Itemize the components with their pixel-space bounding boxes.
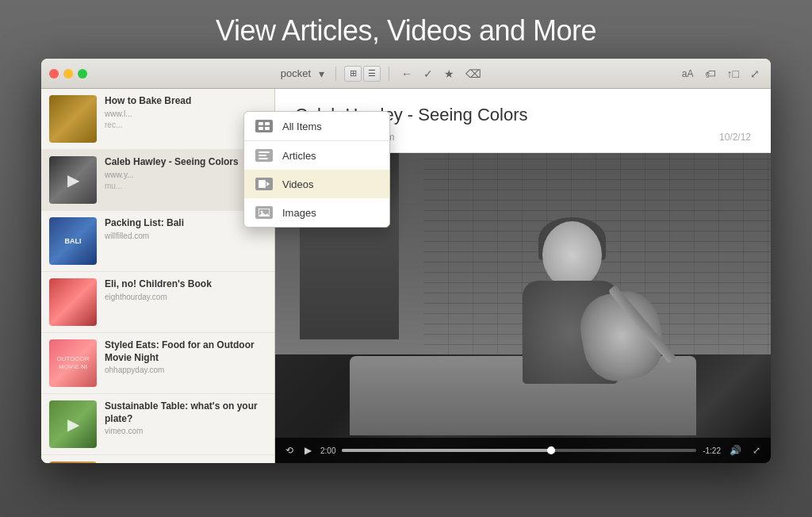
svg-rect-6 <box>259 158 268 159</box>
close-button[interactable] <box>49 69 59 79</box>
thumbnail <box>49 278 97 326</box>
list-item[interactable]: ▶ Caleb Hawley - Seeing Colors www.y... … <box>41 150 274 211</box>
window-controls <box>49 69 87 79</box>
item-info: The Best Roast Chicken You'll Ever Make <box>105 461 266 463</box>
page-title: View Articles, Videos and More <box>216 14 596 48</box>
item-url: eighthourday.com <box>105 293 266 301</box>
videos-icon <box>255 178 273 190</box>
thumbnail <box>49 95 97 143</box>
title-bar-right: aA 🏷 ↑□ ⤢ <box>679 66 763 82</box>
dropdown-item-images[interactable]: Images <box>244 198 389 227</box>
svg-rect-1 <box>265 122 270 125</box>
trash-button[interactable]: ⌫ <box>462 66 485 82</box>
item-info: How to Bake Bread www.l... rec... <box>105 95 266 129</box>
item-title: Styled Eats: Food for an Outdoor Movie N… <box>105 339 266 364</box>
fullscreen-button[interactable]: ⤢ <box>747 66 763 82</box>
app-window: pocket ▾ ⊞ ☰ ← ✓ ★ ⌫ aA 🏷 ↑□ ⤢ <box>41 59 771 463</box>
svg-rect-7 <box>259 180 266 188</box>
all-items-label: All Items <box>282 121 322 132</box>
item-info: Eli, no! Children's Book eighthourday.co… <box>105 278 266 304</box>
svg-rect-5 <box>259 155 266 156</box>
minimize-button[interactable] <box>63 69 73 79</box>
fullscreen-video-button[interactable]: ⤢ <box>750 445 763 456</box>
svg-rect-3 <box>265 127 270 130</box>
item-info: Packing List: Bali willfilled.com <box>105 217 266 243</box>
item-info: Styled Eats: Food for an Outdoor Movie N… <box>105 339 266 377</box>
svg-rect-4 <box>259 151 270 153</box>
current-time: 2:00 <box>320 446 335 455</box>
list-item[interactable]: Eli, no! Children's Book eighthourday.co… <box>41 272 274 333</box>
svg-rect-2 <box>259 127 263 130</box>
dropdown-item-videos[interactable]: Videos <box>244 170 389 198</box>
title-bar: pocket ▾ ⊞ ☰ ← ✓ ★ ⌫ aA 🏷 ↑□ ⤢ <box>41 59 771 89</box>
item-title: Eli, no! Children's Book <box>105 278 266 291</box>
progress-bar[interactable] <box>342 449 696 452</box>
thumbnail <box>49 461 97 463</box>
item-url: vimeo.com <box>105 427 266 435</box>
articles-icon <box>255 149 273 162</box>
item-url: www.y... <box>105 170 266 179</box>
rewind-button[interactable]: ⟲ <box>283 445 296 456</box>
video-controls: ⟲ ▶ 2:00 -1:22 🔊 ⤢ <box>275 438 771 463</box>
list-view-icon[interactable]: ☰ <box>363 66 381 82</box>
multi-view-icon[interactable]: ⊞ <box>344 66 362 82</box>
font-size-button[interactable]: aA <box>679 67 697 81</box>
app-name-label: pocket <box>281 67 311 79</box>
item-tags: rec... <box>105 121 266 129</box>
thumbnail: BALI <box>49 217 97 265</box>
person-figure <box>479 213 701 435</box>
item-info: Caleb Hawley - Seeing Colors www.y... mu… <box>105 156 266 190</box>
articles-label: Articles <box>282 150 316 162</box>
tag-button[interactable]: 🏷 <box>702 66 719 82</box>
item-url: willfilled.com <box>105 232 266 240</box>
check-button[interactable]: ✓ <box>419 66 437 82</box>
thumbnail: ▶ <box>49 156 97 204</box>
item-title: Packing List: Bali <box>105 217 266 230</box>
item-info: Sustainable Table: what's on your plate?… <box>105 400 266 438</box>
item-title: Sustainable Table: what's on your plate? <box>105 400 266 425</box>
maximize-button[interactable] <box>78 69 87 79</box>
main-area: How to Bake Bread www.l... rec... ▶ Cale… <box>41 89 771 463</box>
list-item[interactable]: OUTDOORMOVIE NI Styled Eats: Food for an… <box>41 333 274 394</box>
svg-rect-0 <box>259 122 263 125</box>
images-icon <box>255 206 273 219</box>
title-bar-center: pocket ▾ ⊞ ☰ ← ✓ ★ ⌫ <box>94 66 672 82</box>
thumbnail: ▶ <box>49 400 97 448</box>
sidebar: How to Bake Bread www.l... rec... ▶ Cale… <box>41 89 275 463</box>
play-pause-button[interactable]: ▶ <box>302 445 314 456</box>
list-item[interactable]: The Best Roast Chicken You'll Ever Make <box>41 455 274 463</box>
list-item[interactable]: BALI Packing List: Bali willfilled.com <box>41 211 274 272</box>
article-date: 10/2/12 <box>719 132 751 143</box>
item-title: Caleb Hawley - Seeing Colors <box>105 156 266 169</box>
app-dropdown-button[interactable]: ▾ <box>316 66 327 82</box>
item-url: ohhappyday.com <box>105 366 266 374</box>
filter-dropdown: All Items Articles Videos Images <box>243 111 390 228</box>
progress-fill <box>342 449 554 452</box>
svg-marker-8 <box>266 182 270 186</box>
volume-button[interactable]: 🔊 <box>727 445 744 456</box>
videos-label: Videos <box>282 178 314 190</box>
images-label: Images <box>282 207 316 219</box>
list-item[interactable]: How to Bake Bread www.l... rec... <box>41 89 274 150</box>
item-tags: mu... <box>105 182 266 190</box>
item-title: The Best Roast Chicken You'll Ever Make <box>105 461 266 463</box>
back-button[interactable]: ← <box>397 66 416 82</box>
star-button[interactable]: ★ <box>440 66 458 82</box>
item-title: How to Bake Bread <box>105 95 266 108</box>
svg-marker-11 <box>259 213 270 216</box>
item-url: www.l... <box>105 109 266 118</box>
thumbnail: OUTDOORMOVIE NI <box>49 339 97 387</box>
share-button[interactable]: ↑□ <box>724 66 742 82</box>
dropdown-item-all[interactable]: All Items <box>244 112 389 140</box>
dropdown-item-articles[interactable]: Articles <box>244 141 389 170</box>
time-remaining: -1:22 <box>703 446 721 455</box>
sidebar-list: How to Bake Bread www.l... rec... ▶ Cale… <box>41 89 274 463</box>
nav-buttons: ← ✓ ★ ⌫ <box>397 66 485 82</box>
list-item[interactable]: ▶ Sustainable Table: what's on your plat… <box>41 394 274 455</box>
play-icon: ▶ <box>67 170 79 190</box>
all-items-icon <box>255 120 273 132</box>
play-icon: ▶ <box>67 415 79 434</box>
progress-handle <box>547 446 555 454</box>
